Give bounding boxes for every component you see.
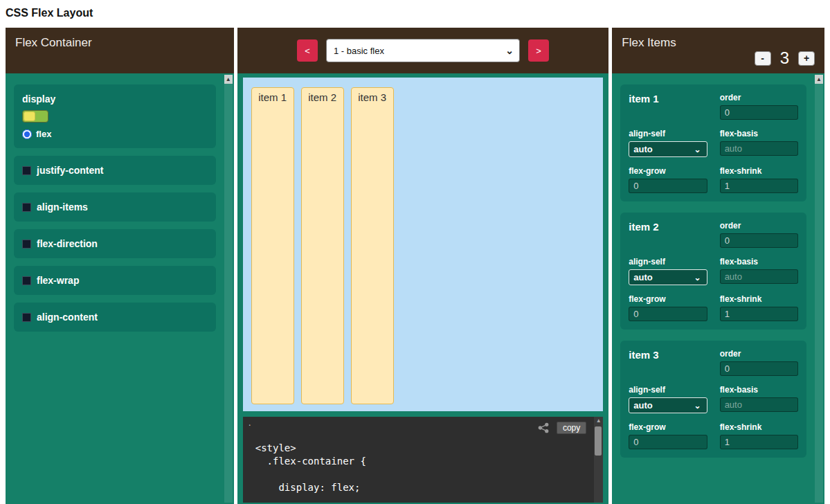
- item-count-controls: - 3 +: [755, 48, 815, 68]
- item-name-cell: item 2: [629, 221, 707, 248]
- add-item-button[interactable]: +: [798, 51, 815, 66]
- scroll-up-icon[interactable]: ▲: [594, 417, 603, 424]
- code-toolbar: copy: [538, 422, 586, 434]
- item-name: item 1: [629, 93, 658, 105]
- flex-basis-label: flex-basis: [720, 129, 798, 138]
- main-layout: Flex Container ▲ display flex justify-co…: [0, 28, 830, 504]
- flex-grow-cell: flex-grow: [629, 166, 707, 193]
- flex-grow-input[interactable]: [629, 435, 707, 449]
- flex-basis-input[interactable]: [720, 397, 798, 412]
- item-card-2: item 2 order align-self auto ⌄: [620, 213, 806, 330]
- justify-content-checkbox[interactable]: [22, 166, 31, 175]
- code-line: .flex-container {: [255, 455, 604, 468]
- flex-basis-input[interactable]: [720, 141, 798, 156]
- flex-shrink-input[interactable]: [720, 307, 798, 321]
- flex-grow-cell: flex-grow: [629, 294, 707, 321]
- item-name-cell: item 3: [629, 349, 707, 376]
- order-input[interactable]: [720, 233, 798, 248]
- remove-item-button[interactable]: -: [755, 51, 771, 66]
- items-panel-header: Flex Items - 3 +: [612, 28, 824, 73]
- flex-basis-input[interactable]: [720, 269, 798, 284]
- align-self-cell: align-self auto ⌄: [629, 257, 707, 285]
- container-panel-body: ▲ display flex justify-content align-ite…: [6, 73, 234, 504]
- example-select[interactable]: 1 - basic flex: [327, 39, 519, 62]
- left-scrollbar[interactable]: ▲: [224, 75, 233, 503]
- item-card-1: item 1 order align-self auto ⌄: [620, 84, 806, 201]
- order-cell: order: [720, 93, 798, 120]
- preview-item-3: item 3: [351, 87, 394, 404]
- flex-shrink-input[interactable]: [720, 435, 798, 449]
- page-title: CSS Flex Layout: [0, 0, 830, 19]
- align-self-cell: align-self auto ⌄: [629, 385, 707, 413]
- items-panel-body: ▲ item 1 order align-self auto: [612, 73, 824, 504]
- align-self-cell: align-self auto ⌄: [629, 129, 707, 157]
- flex-items-panel: Flex Items - 3 + ▲ item 1 order: [612, 28, 824, 504]
- flex-grow-input[interactable]: [629, 179, 707, 193]
- align-self-label: align-self: [629, 129, 707, 138]
- align-self-select[interactable]: auto: [629, 270, 706, 285]
- align-self-label: align-self: [629, 257, 707, 267]
- flex-direction-checkbox[interactable]: [22, 240, 31, 249]
- scroll-up-icon[interactable]: ▲: [224, 75, 233, 84]
- flex-basis-cell: flex-basis: [720, 129, 798, 157]
- order-label: order: [720, 349, 798, 359]
- scroll-up-icon[interactable]: ▲: [815, 75, 823, 84]
- flex-basis-label: flex-basis: [720, 385, 798, 395]
- flex-basis-label: flex-basis: [720, 257, 798, 267]
- order-input[interactable]: [720, 361, 798, 376]
- align-self-select[interactable]: auto: [629, 398, 706, 413]
- example-select-wrap: 1 - basic flex ⌄: [326, 39, 520, 62]
- flex-shrink-label: flex-shrink: [720, 422, 798, 432]
- code-line: [255, 468, 604, 481]
- order-label: order: [720, 221, 798, 231]
- flex-shrink-input[interactable]: [720, 179, 798, 193]
- align-self-select-wrap: auto ⌄: [629, 269, 707, 285]
- flex-radio-label: flex: [36, 129, 51, 139]
- copy-button[interactable]: copy: [557, 422, 586, 434]
- option-group-flex-direction: flex-direction: [14, 229, 216, 258]
- code-bullet: .: [249, 417, 251, 428]
- item-name: item 2: [629, 221, 658, 233]
- order-input[interactable]: [720, 105, 798, 120]
- flex-grow-label: flex-grow: [629, 422, 707, 432]
- flex-basis-cell: flex-basis: [720, 385, 798, 413]
- code-scrollbar[interactable]: ▲: [594, 417, 603, 503]
- next-example-button[interactable]: >: [528, 39, 549, 62]
- flex-grow-label: flex-grow: [629, 166, 707, 176]
- order-label: order: [720, 93, 798, 102]
- align-content-checkbox[interactable]: [22, 313, 31, 322]
- align-self-select-wrap: auto ⌄: [629, 397, 707, 413]
- display-toggle[interactable]: [22, 110, 48, 123]
- flex-wrap-checkbox[interactable]: [22, 276, 31, 285]
- item-name-cell: item 1: [629, 93, 707, 120]
- option-group-align-content: align-content: [14, 303, 216, 332]
- flex-grow-input[interactable]: [629, 307, 707, 321]
- share-icon[interactable]: [538, 422, 550, 433]
- flex-direction-label: flex-direction: [37, 238, 98, 249]
- flex-basis-cell: flex-basis: [720, 257, 798, 285]
- align-self-select[interactable]: auto: [629, 142, 706, 156]
- prev-example-button[interactable]: <: [297, 39, 318, 62]
- code-line: display: flex;: [255, 481, 604, 494]
- code-scroll-thumb[interactable]: [595, 426, 602, 456]
- example-nav: < 1 - basic flex ⌄ >: [237, 28, 609, 73]
- align-items-checkbox[interactable]: [22, 203, 31, 212]
- flex-preview-container: item 1 item 2 item 3: [243, 78, 604, 411]
- flex-radio-row[interactable]: flex: [22, 129, 208, 139]
- container-panel-title: Flex Container: [15, 36, 92, 49]
- code-panel: . copy <style> .flex-container {: [243, 417, 604, 503]
- right-scrollbar[interactable]: ▲: [815, 75, 823, 503]
- flex-shrink-cell: flex-shrink: [720, 294, 798, 321]
- align-self-label: align-self: [629, 385, 707, 395]
- flex-shrink-cell: flex-shrink: [720, 422, 798, 449]
- order-cell: order: [720, 349, 798, 376]
- flex-radio[interactable]: [22, 129, 32, 139]
- align-items-label: align-items: [37, 201, 88, 213]
- item-name: item 3: [629, 349, 658, 361]
- preview-item-1: item 1: [251, 87, 294, 404]
- justify-content-label: justify-content: [37, 165, 103, 176]
- toggle-knob-icon: [24, 111, 35, 121]
- option-group-justify-content: justify-content: [14, 156, 216, 185]
- order-cell: order: [720, 221, 798, 248]
- flex-shrink-cell: flex-shrink: [720, 166, 798, 193]
